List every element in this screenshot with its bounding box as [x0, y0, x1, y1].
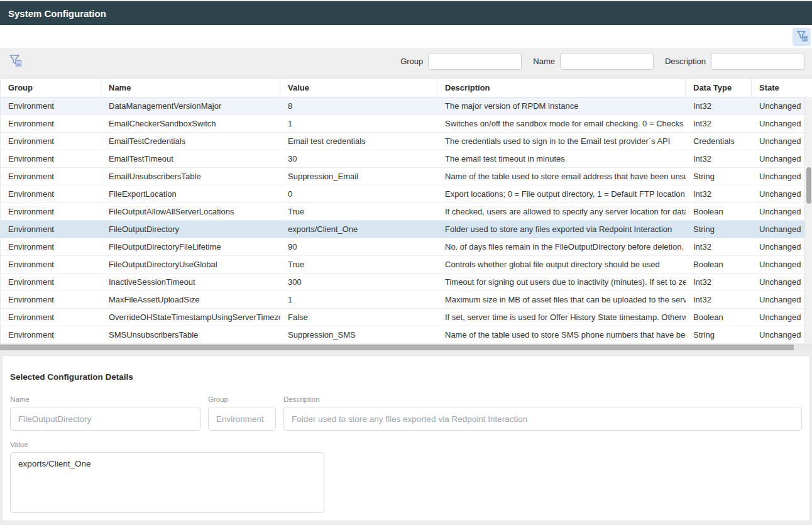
cell-state: Unchanged [752, 256, 804, 273]
cell-group: Environment [1, 221, 101, 238]
cell-data-type: Int32 [686, 115, 752, 132]
column-header-data-type[interactable]: Data Type [686, 79, 752, 97]
cell-description: The major version of RPDM instance [437, 97, 686, 114]
cell-name: FileOutputDirectoryUseGlobal [101, 256, 280, 273]
cell-group: Environment [1, 326, 101, 343]
cell-description: Name of the table used to store email ad… [437, 168, 686, 185]
action-row [0, 25, 812, 48]
table-row[interactable]: EnvironmentEmailCheckerSandboxSwitch1Swi… [1, 115, 804, 133]
filter-toggle-button[interactable] [793, 28, 811, 46]
details-panel: Selected Configuration Details Name File… [2, 355, 810, 521]
cell-value: 30 [280, 150, 437, 167]
column-header-name[interactable]: Name [101, 79, 280, 97]
table-row[interactable]: EnvironmentFileOutputDirectoryUseGlobalT… [1, 256, 804, 274]
cell-value: Email test credentials [280, 133, 437, 150]
config-table: Group Name Value Description Data Type S… [0, 78, 812, 344]
filter-field-name: Name [533, 53, 654, 70]
details-description-value: Folder used to store any files exported … [283, 407, 802, 431]
table-row[interactable]: EnvironmentFileOutputDirectoryFileLifeti… [1, 238, 804, 256]
details-group-label: Group [208, 395, 276, 403]
cell-state: Unchanged [752, 97, 804, 114]
name-filter-input[interactable] [560, 53, 654, 70]
filter-bar: Group Name Description [0, 48, 812, 74]
cell-value: 0 [280, 185, 437, 202]
cell-description: Name of the table used to store SMS phon… [437, 326, 686, 343]
table-row[interactable]: EnvironmentEmailTestCredentialsEmail tes… [1, 133, 804, 150]
cell-name: FileExportLocation [101, 185, 280, 202]
details-field-group: Group Environment [208, 395, 276, 431]
cell-group: Environment [1, 168, 101, 185]
table-row[interactable]: EnvironmentSMSUnsubscribersTableSuppress… [1, 326, 804, 344]
table-row[interactable]: EnvironmentOverrideOHStateTimestampUsing… [1, 309, 804, 326]
cell-group: Environment [1, 291, 101, 308]
table-row[interactable]: EnvironmentFileExportLocation0Export loc… [1, 185, 804, 203]
details-field-description: Description Folder used to store any fil… [283, 395, 802, 431]
group-filter-input[interactable] [428, 53, 522, 70]
cell-name: EmailUnsubscribersTable [101, 168, 280, 185]
table-row[interactable]: EnvironmentFileOutputDirectoryexports/Cl… [1, 221, 804, 238]
cell-value: 1 [280, 115, 437, 132]
cell-data-type: Boolean [686, 309, 752, 326]
cell-group: Environment [1, 274, 101, 290]
cell-data-type: Int32 [686, 150, 752, 167]
cell-value: False [280, 309, 437, 326]
table-row[interactable]: EnvironmentMaxFileAssetUploadSize1Maximu… [1, 291, 804, 309]
cell-value: 1 [280, 291, 437, 308]
details-value-label: Value [10, 441, 802, 448]
cell-name: DataManagementVersionMajor [101, 97, 280, 114]
column-header-value[interactable]: Value [280, 79, 437, 97]
cell-description: Switches on/off the sandbox mode for ema… [437, 115, 686, 132]
table-row[interactable]: EnvironmentFileOutputAllowAllServerLocat… [1, 203, 804, 221]
table-row[interactable]: EnvironmentDataManagementVersionMajor8Th… [1, 97, 804, 115]
table-row[interactable]: EnvironmentEmailUnsubscribersTableSuppre… [1, 168, 804, 185]
cell-state: Unchanged [752, 291, 804, 308]
cell-value: 8 [280, 97, 437, 114]
cell-state: Unchanged [752, 309, 804, 326]
cell-data-type: Int32 [686, 97, 752, 114]
column-header-state[interactable]: State [752, 79, 804, 97]
name-filter-label: Name [533, 57, 555, 66]
column-header-description[interactable]: Description [437, 79, 686, 97]
cell-name: MaxFileAssetUploadSize [101, 291, 280, 308]
details-fields-row: Name FileOutputDirectory Group Environme… [10, 395, 802, 431]
cell-name: EmailTestTimeout [101, 150, 280, 167]
cell-group: Environment [1, 309, 101, 326]
cell-group: Environment [1, 238, 101, 255]
cell-description: No. of days files remain in the FileOutp… [437, 238, 686, 255]
details-value-textarea[interactable]: exports/Client_One [10, 452, 324, 513]
cell-value: 90 [280, 238, 437, 255]
cell-name: EmailCheckerSandboxSwitch [101, 115, 280, 132]
cell-group: Environment [1, 150, 101, 167]
cell-data-type: Boolean [686, 203, 752, 220]
cell-group: Environment [1, 185, 101, 202]
group-filter-label: Group [400, 57, 423, 66]
horizontal-scrollbar-thumb[interactable] [0, 345, 794, 350]
cell-name: OverrideOHStateTimestampUsingServerTimez… [101, 309, 280, 326]
cell-name: FileOutputDirectoryFileLifetime [101, 238, 280, 255]
cell-group: Environment [1, 115, 101, 132]
cell-description: Timeout for signing out users due to ina… [437, 274, 686, 290]
vertical-scrollbar-thumb[interactable] [806, 167, 811, 204]
vertical-scrollbar[interactable] [804, 98, 812, 344]
details-name-label: Name [10, 395, 200, 403]
config-table-header: Group Name Value Description Data Type S… [1, 79, 812, 97]
table-row[interactable]: EnvironmentInactiveSessionTimeout300Time… [1, 274, 804, 291]
details-field-value: Value exports/Client_One [10, 441, 802, 513]
grid-filter-button[interactable] [8, 53, 25, 69]
cell-data-type: String [686, 326, 752, 343]
description-filter-input[interactable] [711, 53, 804, 70]
cell-group: Environment [1, 256, 101, 273]
cell-data-type: Credentials [686, 133, 752, 150]
cell-state: Unchanged [752, 150, 804, 167]
table-row[interactable]: EnvironmentEmailTestTimeout30The email t… [1, 150, 804, 168]
column-header-group[interactable]: Group [1, 79, 101, 97]
cell-data-type: Int32 [686, 291, 752, 308]
horizontal-scrollbar[interactable] [0, 344, 812, 351]
cell-state: Unchanged [752, 168, 804, 185]
cell-value: True [280, 256, 437, 273]
cell-description: Export locations; 0 = File output direct… [437, 185, 686, 202]
cell-name: FileOutputDirectory [101, 221, 280, 238]
cell-data-type: Int32 [686, 238, 752, 255]
cell-data-type: Boolean [686, 256, 752, 273]
cell-state: Unchanged [752, 185, 804, 202]
